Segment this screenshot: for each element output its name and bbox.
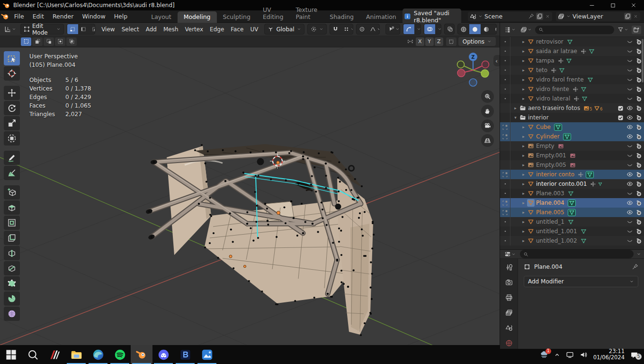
outliner-item-retrovisor[interactable]: ▸retrovisor bbox=[500, 37, 644, 46]
snap-target-button[interactable] bbox=[341, 24, 353, 34]
xray-toggle-button[interactable] bbox=[445, 24, 454, 34]
rendered-shading-button[interactable] bbox=[492, 24, 497, 34]
select-set-button[interactable] bbox=[21, 37, 31, 46]
tool-poly-build[interactable] bbox=[4, 276, 20, 291]
mesh-data-icon[interactable] bbox=[563, 133, 571, 140]
expander-icon[interactable]: ▸ bbox=[520, 182, 527, 186]
expander-icon[interactable]: ▸ bbox=[520, 238, 527, 243]
snap-toggle-button[interactable] bbox=[330, 24, 341, 34]
render-visibility-toggle[interactable] bbox=[636, 219, 642, 225]
expander-icon[interactable]: ▸ bbox=[520, 39, 527, 44]
vertex-select-mode-button[interactable] bbox=[67, 24, 78, 34]
expander-icon[interactable]: ▸ bbox=[520, 87, 527, 91]
render-visibility-toggle[interactable] bbox=[636, 153, 642, 159]
outliner-item-vidro-farol-frente[interactable]: ▸vidro farol frente bbox=[500, 75, 644, 84]
viewport-menu-view[interactable]: View bbox=[98, 26, 118, 33]
menu-window[interactable]: Window bbox=[78, 13, 109, 20]
mode-selector[interactable]: Edit Mode bbox=[20, 24, 64, 35]
properties-tab-world[interactable] bbox=[502, 337, 516, 349]
expander-icon[interactable]: ▸ bbox=[520, 58, 527, 63]
tool-annotate[interactable] bbox=[4, 151, 20, 165]
workspace-tab-modeling[interactable]: Modeling bbox=[178, 11, 217, 23]
chevron-down-icon[interactable] bbox=[636, 252, 641, 256]
outliner-item-plane-003[interactable]: ▸Plane.003 bbox=[500, 189, 644, 198]
visibility-toggle[interactable] bbox=[626, 67, 633, 73]
render-visibility-toggle[interactable] bbox=[636, 115, 642, 121]
outliner-display-mode-button[interactable] bbox=[519, 26, 533, 34]
tool-scale[interactable] bbox=[4, 116, 20, 130]
visibility-toggle[interactable] bbox=[626, 133, 633, 140]
outliner-item-cube[interactable]: ▸Cube bbox=[500, 122, 644, 132]
visibility-toggle[interactable] bbox=[626, 95, 633, 102]
render-visibility-toggle[interactable] bbox=[636, 238, 642, 244]
material-preview-button[interactable] bbox=[481, 24, 492, 34]
projection-toggle-button[interactable] bbox=[481, 134, 494, 147]
tool-loop-cut[interactable] bbox=[4, 246, 20, 260]
tool-rotate[interactable] bbox=[4, 101, 20, 115]
expander-icon[interactable]: ▸ bbox=[520, 172, 527, 177]
outliner-filter-button[interactable] bbox=[616, 26, 630, 34]
render-visibility-toggle[interactable] bbox=[636, 162, 642, 168]
mesh-data-icon[interactable] bbox=[568, 209, 576, 216]
select-subtract-button[interactable] bbox=[44, 37, 54, 46]
visibility-toggle[interactable] bbox=[626, 181, 633, 187]
expander-icon[interactable]: ▸ bbox=[520, 210, 527, 215]
select-invert-button[interactable] bbox=[55, 37, 65, 46]
visibility-toggle[interactable] bbox=[626, 48, 633, 55]
gizmo-neg-x-axis[interactable] bbox=[457, 69, 465, 77]
solid-shading-button[interactable] bbox=[469, 24, 481, 34]
visibility-toggle[interactable] bbox=[626, 218, 633, 225]
outliner-gutter-dot[interactable] bbox=[500, 84, 510, 94]
pin-icon[interactable] bbox=[632, 264, 638, 270]
render-visibility-toggle[interactable] bbox=[636, 105, 642, 111]
outliner-item-vidro-frente[interactable]: ▸vidro frente bbox=[500, 84, 644, 94]
outliner-gutter-edit[interactable] bbox=[500, 132, 510, 141]
expander-icon[interactable]: ▸ bbox=[520, 219, 527, 224]
expander-icon[interactable]: ▸ bbox=[512, 106, 519, 110]
outliner-search-input[interactable] bbox=[535, 26, 614, 34]
viewport-menu-add[interactable]: Add bbox=[143, 26, 160, 33]
properties-tab-tool[interactable] bbox=[502, 262, 516, 273]
render-visibility-toggle[interactable] bbox=[636, 209, 642, 216]
gizmos-toggle-button[interactable] bbox=[403, 24, 414, 34]
expander-icon[interactable]: ▸ bbox=[520, 49, 527, 54]
visibility-toggle[interactable] bbox=[626, 38, 633, 45]
viewlayer-selector[interactable]: ViewLayer bbox=[556, 12, 640, 21]
render-visibility-toggle[interactable] bbox=[636, 124, 642, 130]
taskbar-app-blender[interactable] bbox=[131, 345, 152, 364]
taskbar-app-edge[interactable] bbox=[87, 345, 109, 364]
visibility-toggle[interactable] bbox=[626, 57, 633, 64]
outliner-item-plane-004[interactable]: ▸Plane.004 bbox=[500, 198, 644, 208]
outliner-item-empty[interactable]: ▸Empty bbox=[500, 141, 644, 151]
outliner-editor-type-button[interactable] bbox=[503, 26, 517, 34]
mirror-axis-z-button[interactable]: Z bbox=[435, 37, 443, 46]
menu-edit[interactable]: Edit bbox=[28, 13, 48, 20]
expander-icon[interactable]: ▸ bbox=[520, 96, 527, 101]
gizmos-dropdown-button[interactable] bbox=[414, 24, 421, 34]
expander-icon[interactable]: ▸ bbox=[520, 229, 527, 234]
render-visibility-toggle[interactable] bbox=[636, 86, 642, 92]
taskbar-app-search[interactable] bbox=[22, 345, 44, 364]
outliner-gutter-dot[interactable] bbox=[500, 236, 510, 246]
tool-inset[interactable] bbox=[4, 216, 20, 230]
outliner-item-interior-conto[interactable]: ▸interior conto bbox=[500, 170, 644, 179]
tool-transform[interactable] bbox=[4, 131, 20, 146]
visibility-toggle[interactable] bbox=[626, 114, 633, 121]
mesh-data-icon[interactable] bbox=[586, 171, 594, 178]
workspace-tab-sculpting[interactable]: Sculpting bbox=[217, 11, 257, 23]
remove-viewlayer-icon[interactable] bbox=[633, 14, 638, 19]
blender-app-menu-icon[interactable] bbox=[0, 12, 10, 20]
taskbar-app-start[interactable] bbox=[0, 345, 22, 364]
proportional-edit-button[interactable] bbox=[357, 24, 367, 34]
visibility-toggle[interactable] bbox=[626, 190, 633, 197]
outliner-gutter-edit[interactable] bbox=[500, 198, 510, 208]
outliner-item-aero-traseiro-fotos[interactable]: ▸aero traseiro fotos56 bbox=[500, 103, 644, 113]
properties-tab-view-layer[interactable] bbox=[502, 307, 516, 318]
viewport-zoom-button[interactable] bbox=[481, 90, 494, 103]
outliner-item-tampa[interactable]: ▸tampa bbox=[500, 56, 644, 65]
gizmo-y-axis[interactable] bbox=[481, 70, 489, 77]
proportional-falloff-button[interactable] bbox=[367, 24, 380, 34]
outliner-item-empty-005[interactable]: ▸Empty.005 bbox=[500, 160, 644, 170]
tool-knife[interactable] bbox=[4, 261, 20, 275]
cloud-tray-icon[interactable]: 1 bbox=[540, 350, 548, 359]
